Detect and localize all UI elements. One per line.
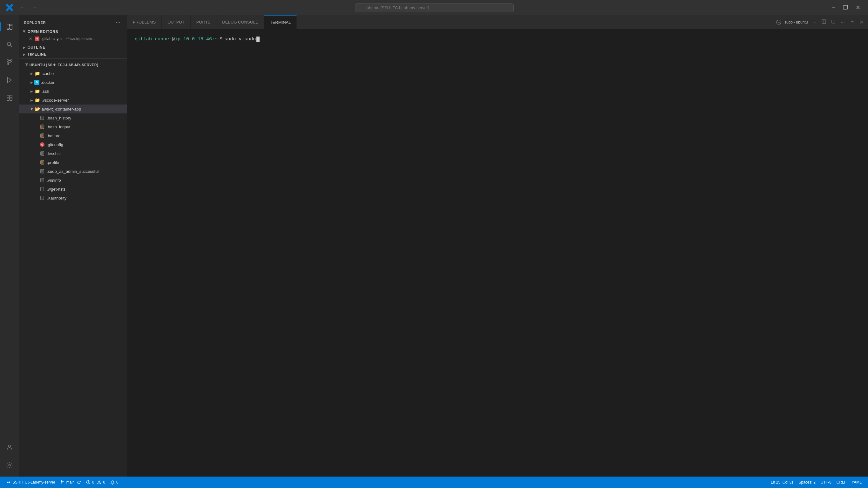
- activity-item-account[interactable]: [1, 439, 18, 456]
- open-editors-header[interactable]: ▶ Open Editors: [19, 28, 127, 35]
- ssh-chevron-icon: ▶: [29, 90, 34, 93]
- activity-item-explorer[interactable]: [1, 19, 18, 35]
- status-ssh-item[interactable]: SSH: FCJ-Lab-my-server: [4, 477, 58, 488]
- docker-chevron-icon: ▶: [29, 81, 34, 84]
- tree-item-lesshst[interactable]: ▶ .lesshst: [19, 149, 127, 158]
- activity-item-run[interactable]: [1, 72, 18, 88]
- tree-item-vscode-server[interactable]: ▶ 📁 .vscode-server: [19, 96, 127, 104]
- tab-output-label: OUTPUT: [167, 20, 184, 25]
- close-editor-icon[interactable]: ✕: [28, 36, 33, 41]
- close-button[interactable]: ✕: [853, 3, 863, 12]
- titlebar: ← → 🔍 − ❐ ✕: [0, 0, 868, 15]
- maximize-terminal-button[interactable]: [848, 18, 856, 26]
- tab-output[interactable]: OUTPUT: [162, 15, 190, 29]
- status-language-item[interactable]: YAML: [849, 480, 864, 485]
- tab-terminal[interactable]: TERMINAL: [264, 15, 297, 29]
- tree-item-sudo-admin[interactable]: ▶ .sudo_as_admin_successful: [19, 167, 127, 176]
- svg-line-5: [10, 45, 12, 47]
- sidebar-more-button[interactable]: ···: [114, 19, 122, 26]
- tab-terminal-label: TERMINAL: [270, 20, 291, 25]
- terminal-instance-label: [776, 20, 781, 25]
- tree-item-xauthority[interactable]: ▶ .Xauthority: [19, 193, 127, 203]
- status-encoding-item[interactable]: UTF-8: [818, 480, 834, 485]
- open-editors-item[interactable]: ✕ Y .gitlab-ci.yml ~/aws-fcj-contain...: [19, 35, 127, 42]
- tree-item-wget-hsts[interactable]: ▶ .wget-hsts: [19, 185, 127, 193]
- tree-item-cache[interactable]: ▶ 📁 .cache: [19, 69, 127, 78]
- terminal-command: sudo visudo: [224, 36, 256, 43]
- forward-button[interactable]: →: [31, 3, 39, 12]
- aws-fcj-chevron-icon: ▼: [29, 108, 34, 111]
- bash-logout-file-icon: [39, 125, 45, 129]
- lesshst-file-icon: [39, 151, 45, 156]
- prompt-colon: :: [212, 36, 215, 43]
- svg-rect-12: [9, 95, 12, 97]
- lesshst-label: .lesshst: [47, 151, 125, 156]
- tab-problems[interactable]: PROBLEMS: [127, 15, 162, 29]
- profile-file-icon: [39, 160, 45, 164]
- activity-item-extensions[interactable]: [1, 90, 18, 106]
- tree-item-profile[interactable]: ▶ .profile: [19, 158, 127, 167]
- vscode-logo-icon: [5, 3, 14, 12]
- restore-button[interactable]: ❐: [840, 3, 850, 12]
- tree-item-ssh[interactable]: ▶ 📁 .ssh: [19, 87, 127, 96]
- timeline-label: Timeline: [28, 52, 47, 57]
- svg-rect-0: [7, 24, 9, 27]
- title-search-input[interactable]: [355, 3, 514, 12]
- timeline-chevron-icon: ▶: [23, 53, 26, 56]
- status-errors-count: 0: [92, 480, 94, 485]
- split-terminal-button[interactable]: [820, 18, 828, 26]
- add-terminal-button[interactable]: +: [811, 18, 818, 26]
- tree-item-bash-history[interactable]: ▶ .bash_history: [19, 114, 127, 122]
- prompt-at: @: [172, 36, 175, 43]
- tree-item-gitconfig[interactable]: ▶ G .gitconfig: [19, 140, 127, 149]
- minimize-button[interactable]: −: [829, 3, 838, 12]
- sidebar-header: Explorer ···: [19, 15, 127, 28]
- outline-label: Outline: [28, 45, 45, 50]
- viminfo-file-icon: [39, 178, 45, 182]
- status-ln-col-item[interactable]: Ln 25, Col 31: [768, 480, 796, 485]
- sudo-admin-file-icon: [39, 169, 45, 174]
- status-notifications-count: 0: [116, 480, 119, 485]
- activity-item-source-control[interactable]: [1, 54, 18, 70]
- activity-item-search[interactable]: [1, 36, 18, 53]
- tree-item-bash-logout[interactable]: ▶ .bash_logout: [19, 122, 127, 131]
- cache-label: .cache: [42, 71, 125, 76]
- back-button[interactable]: ←: [18, 3, 27, 12]
- close-terminal-button[interactable]: ✕: [858, 18, 865, 26]
- titlebar-center: 🔍: [355, 3, 514, 12]
- status-branch-item[interactable]: main: [58, 477, 84, 488]
- more-actions-button[interactable]: ···: [839, 18, 847, 26]
- xauthority-file-icon: [39, 196, 45, 200]
- status-spaces-label: Spaces: 2: [799, 480, 815, 485]
- terminal-area[interactable]: gitlab-runner @ ip-10-0-15-46 : ~ $ sudo…: [127, 29, 868, 477]
- svg-point-7: [7, 63, 8, 65]
- prompt-path: ~: [215, 36, 218, 43]
- svg-point-59: [61, 483, 62, 484]
- timeline-header[interactable]: ▶ Timeline: [19, 51, 127, 58]
- tree-item-docker[interactable]: ▶ D .docker: [19, 78, 127, 87]
- status-spaces-item[interactable]: Spaces: 2: [796, 480, 818, 485]
- gitconfig-file-icon: G: [39, 142, 45, 147]
- activity-bar: [0, 15, 19, 477]
- outline-header[interactable]: ▶ Outline: [19, 44, 127, 51]
- activity-item-settings[interactable]: [1, 457, 18, 474]
- tab-ports[interactable]: PORTS: [191, 15, 217, 29]
- ssh-label: .ssh: [42, 89, 125, 94]
- remote-server-header[interactable]: ▶ UBUNTU [SSH: FCJ-LAB-MY-SERVER]: [19, 59, 127, 69]
- tab-ports-label: PORTS: [196, 20, 211, 25]
- status-line-ending-item[interactable]: CRLF: [834, 480, 849, 485]
- tree-item-bashrc[interactable]: ▶ .bashrc: [19, 131, 127, 140]
- status-errors-item[interactable]: 0 0: [84, 477, 108, 488]
- status-language-label: YAML: [851, 480, 862, 485]
- tree-item-viminfo[interactable]: ▶ .viminfo: [19, 176, 127, 185]
- status-notifications-item[interactable]: 0: [108, 477, 121, 488]
- svg-point-4: [7, 42, 10, 46]
- prompt-user: gitlab-runner: [135, 36, 172, 43]
- tab-debug-console[interactable]: DEBUG CONSOLE: [216, 15, 264, 29]
- status-ssh-label: SSH: FCJ-Lab-my-server: [12, 480, 55, 485]
- kill-terminal-button[interactable]: [829, 18, 837, 26]
- sidebar-title: Explorer: [24, 21, 46, 25]
- gitconfig-git-icon: G: [40, 142, 44, 147]
- tree-item-aws-fcj[interactable]: ▼ 📂 aws-fcj-container-app: [19, 104, 127, 114]
- open-editors-chevron-icon: ▶: [23, 30, 26, 33]
